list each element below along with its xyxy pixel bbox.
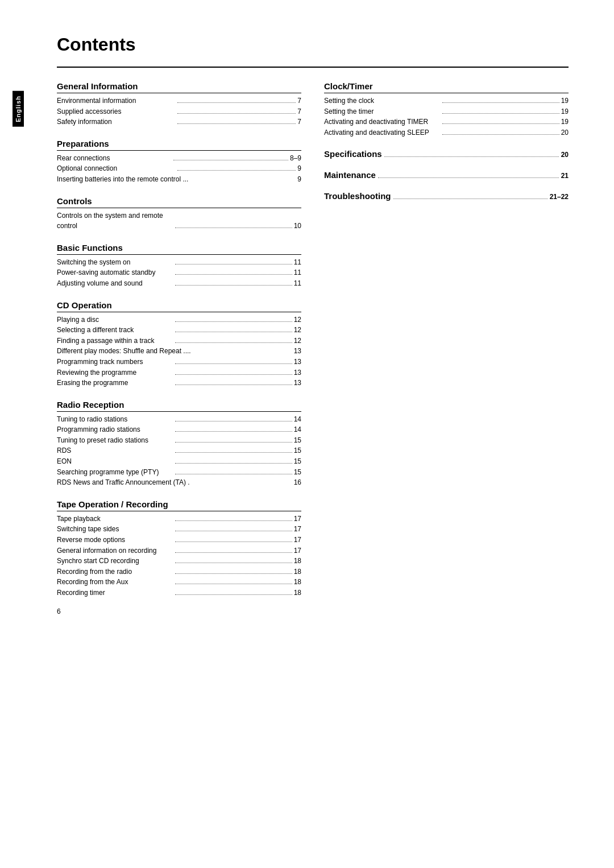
top-divider bbox=[57, 67, 569, 68]
entry-text: Activating and deactivating SLEEP bbox=[324, 127, 441, 138]
table-row: Finding a passage within a track12 bbox=[57, 336, 301, 346]
table-row: Searching programme type (PTY)15 bbox=[57, 467, 301, 478]
entry-page: 12 bbox=[294, 336, 301, 346]
entry-text: Safety information bbox=[57, 117, 176, 127]
table-row: Setting the clock19 bbox=[324, 96, 569, 106]
entry-dots bbox=[175, 442, 292, 443]
entry-page: 17 bbox=[294, 535, 301, 545]
table-row: Tuning to radio stations14 bbox=[57, 414, 301, 425]
entry-page: 12 bbox=[294, 325, 301, 336]
entry-dots bbox=[175, 285, 292, 286]
table-row: Setting the timer19 bbox=[324, 106, 569, 117]
entry-dots bbox=[175, 463, 292, 464]
entry-page: 14 bbox=[294, 424, 301, 435]
entry-page: 18 bbox=[294, 588, 301, 598]
entry-dots bbox=[175, 594, 292, 595]
entry-page: 15 bbox=[294, 435, 301, 446]
table-row: Recording timer18 bbox=[57, 588, 301, 598]
section-maintenance: Maintenance21 bbox=[324, 170, 569, 180]
page-title: Contents bbox=[57, 34, 569, 55]
table-row: Different play modes: Shuffle and Repeat… bbox=[57, 346, 301, 357]
section-basic-functions: Basic FunctionsSwitching the system on11… bbox=[57, 243, 301, 289]
table-row: Reverse mode options17 bbox=[57, 535, 301, 545]
entry-text: Controls on the system and remote bbox=[57, 210, 301, 221]
table-row: Activating and deactivating TIMER19 bbox=[324, 117, 569, 127]
entry-text: Optional connection bbox=[57, 163, 176, 174]
entry-dots bbox=[378, 177, 559, 178]
entry-dots bbox=[175, 228, 292, 228]
entry-page: 17 bbox=[294, 545, 301, 556]
table-row: Inserting batteries into the remote cont… bbox=[57, 174, 301, 185]
entry-text: Searching programme type (PTY) bbox=[57, 467, 173, 478]
entry-page: 7 bbox=[297, 106, 301, 117]
entry-page: 9 bbox=[297, 163, 301, 174]
inline-section-title-troubleshooting: Troubleshooting bbox=[324, 191, 391, 201]
table-row: Synchro start CD recording18 bbox=[57, 556, 301, 567]
entry-dots bbox=[177, 170, 296, 171]
entry-page: 17 bbox=[294, 514, 301, 524]
entry-page: 19 bbox=[561, 106, 569, 117]
entry-text: EON bbox=[57, 456, 173, 467]
entry-text: Setting the clock bbox=[324, 96, 441, 106]
table-row: Environmental information7 bbox=[57, 96, 301, 106]
entry-page: 20 bbox=[561, 127, 569, 138]
entry-text: Adjusting volume and sound bbox=[57, 278, 173, 289]
table-row: RDS News and Traffic Announcement (TA) .… bbox=[57, 477, 301, 488]
entry-dots bbox=[175, 374, 292, 375]
entry-page: 11 bbox=[294, 267, 301, 278]
entry-dots bbox=[175, 363, 292, 364]
entry-text: Setting the timer bbox=[324, 106, 441, 117]
entry-text: Playing a disc bbox=[57, 315, 173, 325]
footer-page-number: 6 bbox=[57, 607, 61, 615]
section-title-basic-functions: Basic Functions bbox=[57, 243, 301, 255]
section-title-cd-operation: CD Operation bbox=[57, 300, 301, 312]
entry-text: Different play modes: Shuffle and Repeat… bbox=[57, 346, 294, 357]
entry-text: Reviewing the programme bbox=[57, 367, 173, 378]
section-troubleshooting: Troubleshooting21–22 bbox=[324, 191, 569, 201]
entry-page: 12 bbox=[294, 315, 301, 325]
entry-text: Synchro start CD recording bbox=[57, 556, 173, 567]
table-row: Power-saving automatic standby11 bbox=[57, 267, 301, 278]
right-column: Clock/TimerSetting the clock19Setting th… bbox=[324, 81, 569, 610]
table-row: Recording from the Aux18 bbox=[57, 577, 301, 588]
entry-page: 8–9 bbox=[290, 153, 301, 164]
entry-dots bbox=[175, 264, 292, 264]
entry-dots bbox=[177, 113, 296, 114]
entry-page: 14 bbox=[294, 414, 301, 425]
entry-text: Programming radio stations bbox=[57, 424, 173, 435]
inline-section-row: Maintenance21 bbox=[324, 170, 569, 180]
entry-dots bbox=[384, 156, 559, 157]
left-column: General InformationEnvironmental informa… bbox=[57, 81, 301, 610]
entry-dots bbox=[175, 342, 292, 343]
entry-dots bbox=[393, 199, 547, 199]
inline-section-title-specifications: Specifications bbox=[324, 149, 382, 159]
entry-text: Inserting batteries into the remote cont… bbox=[57, 174, 297, 185]
entry-dots bbox=[175, 584, 292, 584]
entry-dots bbox=[173, 160, 288, 160]
table-row: Adjusting volume and sound11 bbox=[57, 278, 301, 289]
entry-dots bbox=[175, 542, 292, 542]
table-row: Selecting a different track12 bbox=[57, 325, 301, 336]
inline-section-page-maintenance: 21 bbox=[561, 172, 569, 180]
entry-dots bbox=[175, 274, 292, 275]
inline-section-title-maintenance: Maintenance bbox=[324, 170, 376, 180]
entry-text: Selecting a different track bbox=[57, 325, 173, 336]
entry-page: 13 bbox=[294, 346, 301, 357]
entry-dots bbox=[175, 421, 292, 421]
table-row: General information on recording17 bbox=[57, 545, 301, 556]
entry-text: RDS News and Traffic Announcement (TA) . bbox=[57, 477, 294, 488]
table-row: Safety information7 bbox=[57, 117, 301, 127]
entry-dots bbox=[175, 321, 292, 322]
table-row: Programming track numbers13 bbox=[57, 357, 301, 367]
section-title-general-information: General Information bbox=[57, 81, 301, 93]
table-row: Reviewing the programme13 bbox=[57, 367, 301, 378]
inline-section-row: Specifications20 bbox=[324, 149, 569, 159]
entry-text: Environmental information bbox=[57, 96, 176, 106]
section-specifications: Specifications20 bbox=[324, 149, 569, 159]
table-row: Switching tape sides17 bbox=[57, 524, 301, 535]
section-clock-timer: Clock/TimerSetting the clock19Setting th… bbox=[324, 81, 569, 138]
entry-page: 13 bbox=[294, 357, 301, 367]
entry-page: 11 bbox=[294, 257, 301, 268]
section-tape-operation: Tape Operation / RecordingTape playback1… bbox=[57, 499, 301, 598]
entry-text: Recording timer bbox=[57, 588, 173, 598]
